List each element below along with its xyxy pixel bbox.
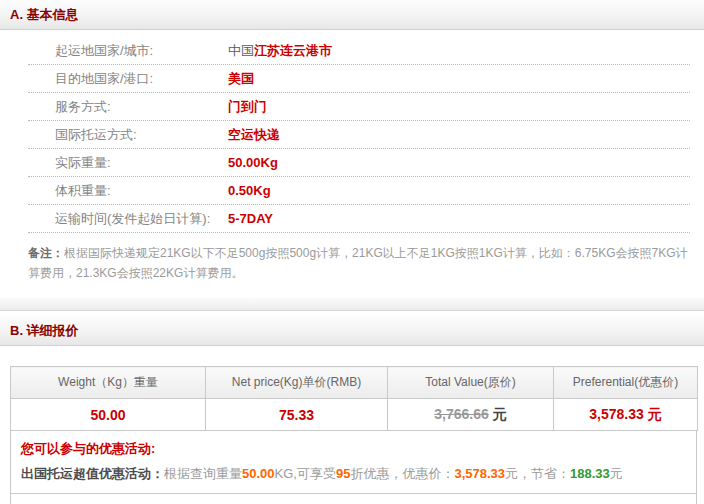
promo-text: 根据查询重量 bbox=[164, 466, 242, 481]
official-price-compare-box: 官方价格对比：DHL官方运费8,135.00元海龙运费3,578.33元选择我司… bbox=[10, 494, 697, 504]
preferential-price-amount: 3,578.33 bbox=[589, 406, 644, 422]
section-a-header: A. 基本信息 bbox=[0, 0, 704, 30]
promo-text: 折优惠，优惠价： bbox=[350, 466, 454, 481]
info-label: 运输时间(发件起始日计算): bbox=[28, 210, 228, 228]
col-header-total-value: Total Value(原价) bbox=[388, 367, 554, 399]
destination-value: 美国 bbox=[228, 70, 254, 88]
promo-box: 您可以参与的优惠活动: 出国托运超值优惠活动：根据查询重量50.00KG,可享受… bbox=[10, 431, 697, 494]
cell-net-price: 75.33 bbox=[206, 399, 388, 431]
info-label: 起运地国家/城市: bbox=[28, 42, 228, 60]
remark-text: 根据国际快递规定21KG以下不足500g按照500g计算，21KG以上不足1KG… bbox=[28, 246, 688, 280]
volume-weight-value: 0.50Kg bbox=[228, 183, 271, 198]
transit-time-value: 5-7DAY bbox=[228, 211, 273, 226]
info-row-volume-weight: 体积重量: 0.50Kg bbox=[28, 177, 690, 205]
info-row-destination: 目的地国家/港口: 美国 bbox=[28, 65, 690, 93]
cell-preferential-price: 3,578.33 元 bbox=[554, 399, 698, 431]
info-row-actual-weight: 实际重量: 50.00Kg bbox=[28, 149, 690, 177]
info-row-service-mode: 服务方式: 门到门 bbox=[28, 93, 690, 121]
info-label: 国际托运方式: bbox=[28, 126, 228, 144]
quote-table-data-row: 50.00 75.33 3,766.66 元 3,578.33 元 bbox=[11, 399, 698, 431]
service-mode-value: 门到门 bbox=[228, 98, 267, 116]
basic-info-list: 起运地国家/城市: 中国江苏连云港市 目的地国家/港口: 美国 服务方式: 门到… bbox=[28, 37, 690, 233]
cell-weight: 50.00 bbox=[11, 399, 206, 431]
promo-text: KG,可享受 bbox=[275, 466, 336, 481]
section-b-header: B. 详细报价 bbox=[0, 316, 704, 346]
promo-text: 元 bbox=[610, 466, 623, 481]
quote-page: A. 基本信息 起运地国家/城市: 中国江苏连云港市 目的地国家/港口: 美国 … bbox=[0, 0, 704, 504]
actual-weight-value: 50.00Kg bbox=[228, 155, 278, 170]
col-header-net-price: Net price(Kg)单价(RMB) bbox=[206, 367, 388, 399]
promo-detail-line: 出国托运超值优惠活动：根据查询重量50.00KG,可享受95折优惠，优惠价：3,… bbox=[21, 465, 696, 483]
preferential-price-unit: 元 bbox=[648, 406, 662, 422]
shipping-method-value: 空运快递 bbox=[228, 126, 280, 144]
promo-price: 3,578.33 bbox=[454, 466, 505, 481]
original-price-unit: 元 bbox=[493, 406, 507, 422]
section-b-title: B. 详细报价 bbox=[10, 323, 79, 338]
info-label: 体积重量: bbox=[28, 182, 228, 200]
info-row-shipping-method: 国际托运方式: 空运快递 bbox=[28, 121, 690, 149]
promo-discount: 95 bbox=[336, 466, 350, 481]
section-a-footer-strip bbox=[0, 298, 704, 311]
section-a-title: A. 基本信息 bbox=[10, 7, 79, 22]
info-label: 目的地国家/港口: bbox=[28, 70, 228, 88]
quote-table-header-row: Weight（Kg）重量 Net price(Kg)单价(RMB) Total … bbox=[11, 367, 698, 399]
promo-text: 元，节省： bbox=[505, 466, 570, 481]
col-header-weight: Weight（Kg）重量 bbox=[11, 367, 206, 399]
info-row-transit-time: 运输时间(发件起始日计算): 5-7DAY bbox=[28, 205, 690, 233]
remark-paragraph: 备注：根据国际快递规定21KG以下不足500g按照500g计算，21KG以上不足… bbox=[28, 243, 690, 283]
promo-saving: 188.33 bbox=[570, 466, 610, 481]
cell-original-price: 3,766.66 元 bbox=[388, 399, 554, 431]
original-price-amount: 3,766.66 bbox=[434, 406, 489, 422]
origin-country: 中国 bbox=[228, 43, 254, 58]
origin-city: 江苏连云港市 bbox=[254, 43, 332, 58]
quote-table: Weight（Kg）重量 Net price(Kg)单价(RMB) Total … bbox=[10, 366, 698, 431]
info-row-origin: 起运地国家/城市: 中国江苏连云港市 bbox=[28, 37, 690, 65]
info-label: 服务方式: bbox=[28, 98, 228, 116]
promo-weight: 50.00 bbox=[242, 466, 275, 481]
info-label: 实际重量: bbox=[28, 154, 228, 172]
remark-label: 备注： bbox=[28, 246, 64, 260]
promo-title: 您可以参与的优惠活动: bbox=[21, 440, 696, 458]
col-header-preferential: Preferential(优惠价) bbox=[554, 367, 698, 399]
promo-label: 出国托运超值优惠活动： bbox=[21, 466, 164, 481]
